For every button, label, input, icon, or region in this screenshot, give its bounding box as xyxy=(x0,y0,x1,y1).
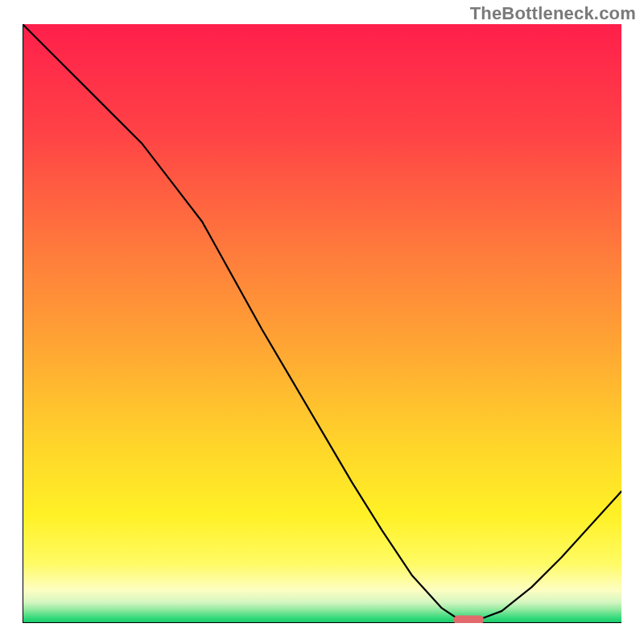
optimum-marker xyxy=(454,616,484,623)
watermark-text: TheBottleneck.com xyxy=(470,3,636,24)
bottleneck-chart xyxy=(23,24,621,623)
